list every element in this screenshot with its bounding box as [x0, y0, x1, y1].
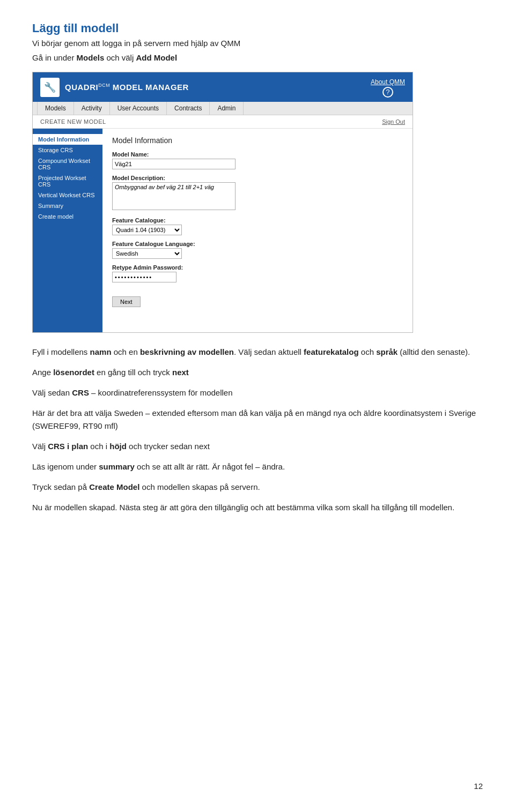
- para1-prefix: Fyll i modellens: [32, 347, 90, 356]
- qmm-about-area[interactable]: About QMM ?: [371, 77, 405, 98]
- sidebar-item-create-model[interactable]: Create model: [33, 211, 102, 222]
- para-crs: Välj sedan CRS – koordinatreferenssystem…: [32, 386, 483, 399]
- next-button[interactable]: Next: [112, 296, 141, 307]
- para6-mid: och se att allt är rätt. Är något fel – …: [135, 462, 285, 471]
- page-title: Lägg till modell: [32, 21, 483, 35]
- feature-catalogue-label: Feature Catalogue:: [112, 217, 403, 224]
- qmm-form: Model Information Model Name: Model Desc…: [102, 129, 413, 332]
- qmm-logo-text: QUADRIDCM MODEL MANAGER: [65, 83, 189, 92]
- qmm-sidebar: Model Information Storage CRS Compound W…: [33, 129, 102, 332]
- nav-item-models[interactable]: Models: [37, 102, 74, 115]
- sidebar-item-summary[interactable]: Summary: [33, 200, 102, 211]
- password-input[interactable]: [112, 272, 176, 282]
- para1-bold1: namn: [90, 347, 112, 356]
- qmm-header: 🔧 QUADRIDCM MODEL MANAGER About QMM ?: [33, 72, 413, 102]
- subtitle2-prefix: Gå in under: [32, 53, 77, 62]
- sidebar-item-model-information[interactable]: Model Information: [33, 134, 102, 145]
- model-name-label: Model Name:: [112, 151, 403, 158]
- nav-item-activity[interactable]: Activity: [74, 102, 110, 115]
- para-crs-plan-hojd: Välj CRS i plan och i höjd och trycker s…: [32, 440, 483, 453]
- model-desc-label: Model Description:: [112, 175, 403, 181]
- para2-bold1: lösenordet: [53, 368, 94, 377]
- para-password: Ange lösenordet en gång till och tryck n…: [32, 366, 483, 379]
- para1-bold3: featurekatalog: [304, 347, 359, 356]
- form-title: Model Information: [112, 136, 403, 145]
- doc-body: Fyll i modellens namn och en beskrivning…: [32, 346, 483, 514]
- feature-lang-group: Feature Catalogue Language: Swedish: [112, 241, 403, 259]
- qmm-logo-area: 🔧 QUADRIDCM MODEL MANAGER: [40, 78, 189, 97]
- para-summary: Läs igenom under summary och se att allt…: [32, 460, 483, 473]
- password-label: Retype Admin Password:: [112, 264, 403, 271]
- para2-prefix: Ange: [32, 368, 53, 377]
- para3-prefix: Välj sedan: [32, 388, 72, 397]
- subtitle2: Gå in under Models och välj Add Model: [32, 53, 483, 62]
- sidebar-item-projected-workset-crs[interactable]: Projected Workset CRS: [33, 173, 102, 190]
- qmm-signout-button[interactable]: Sign Out: [382, 118, 405, 125]
- qmm-logo-icon: 🔧: [40, 78, 60, 97]
- para2-bold2: next: [172, 368, 189, 377]
- feature-lang-select[interactable]: Swedish: [112, 248, 182, 259]
- para1-mid: och en: [112, 347, 140, 356]
- sidebar-item-storage-crs[interactable]: Storage CRS: [33, 145, 102, 155]
- nav-item-admin[interactable]: Admin: [210, 102, 244, 115]
- para3-bold1: CRS: [72, 388, 89, 397]
- qmm-sup: DCM: [98, 83, 110, 88]
- feature-catalogue-group: Feature Catalogue: Quadri 1.04 (1903): [112, 217, 403, 235]
- para5-prefix: Välj: [32, 442, 48, 451]
- feature-lang-label: Feature Catalogue Language:: [112, 241, 403, 247]
- screenshot-container: 🔧 QUADRIDCM MODEL MANAGER About QMM ? Mo…: [32, 72, 413, 333]
- qmm-topbar: CREATE NEW MODEL Sign Out: [33, 115, 413, 129]
- model-desc-textarea[interactable]: Ombyggnad av bef väg 21 till 2+1 väg: [112, 182, 236, 210]
- qmm-about-label[interactable]: About QMM: [371, 78, 405, 86]
- model-name-input[interactable]: [112, 159, 236, 169]
- para-fill-name: Fyll i modellens namn och en beskrivning…: [32, 346, 483, 359]
- nav-item-contracts[interactable]: Contracts: [167, 102, 210, 115]
- subtitle2-mid: och välj: [104, 53, 136, 62]
- para7-prefix: Tryck sedan på: [32, 482, 89, 491]
- para1-suffix2: och: [359, 347, 377, 356]
- model-desc-group: Model Description: Ombyggnad av bef väg …: [112, 175, 403, 212]
- para5-bold1: CRS i plan: [48, 442, 88, 451]
- feature-catalogue-select[interactable]: Quadri 1.04 (1903): [112, 225, 182, 235]
- para2-mid: en gång till och tryck: [94, 368, 172, 377]
- qmm-inner: Model Information Storage CRS Compound W…: [33, 129, 413, 332]
- sidebar-item-vertical-workset-crs[interactable]: Vertical Workset CRS: [33, 190, 102, 200]
- para-next-step: Nu är modellen skapad. Nästa steg är att…: [32, 501, 483, 514]
- subtitle2-bold1: Models: [77, 53, 105, 62]
- page-number: 12: [474, 781, 483, 791]
- para7-bold1: Create Model: [89, 482, 139, 491]
- qmm-topbar-title: CREATE NEW MODEL: [40, 118, 106, 125]
- qmm-about-icon[interactable]: ?: [382, 87, 393, 98]
- para-sweden-extended: Här är det bra att välja Sweden – extend…: [32, 407, 483, 433]
- password-group: Retype Admin Password:: [112, 264, 403, 282]
- para1-suffix3: (alltid den senaste).: [398, 347, 470, 356]
- para7-suffix: och modellen skapas på servern.: [139, 482, 260, 491]
- para5-suffix: och trycker sedan next: [127, 442, 210, 451]
- para5-mid: och i: [88, 442, 109, 451]
- para3-mid: – koordinatreferenssystem för modellen: [89, 388, 233, 397]
- sidebar-item-compound-workset-crs[interactable]: Compound Workset CRS: [33, 155, 102, 173]
- model-name-group: Model Name:: [112, 151, 403, 169]
- qmm-content: CREATE NEW MODEL Sign Out Model Informat…: [33, 115, 413, 332]
- para1-suffix: . Välj sedan aktuell: [234, 347, 304, 356]
- para6-prefix: Läs igenom under: [32, 462, 99, 471]
- para-create-model: Tryck sedan på Create Model och modellen…: [32, 481, 483, 494]
- qmm-nav: Models Activity User Accounts Contracts …: [33, 102, 413, 115]
- para6-bold1: summary: [99, 462, 135, 471]
- subtitle2-bold2: Add Model: [136, 53, 177, 62]
- nav-item-user-accounts[interactable]: User Accounts: [110, 102, 167, 115]
- para1-bold2: beskrivning av modellen: [140, 347, 234, 356]
- subtitle1: Vi börjar genom att logga in på servern …: [32, 39, 483, 48]
- para5-bold2: höjd: [109, 442, 127, 451]
- para1-bold4: språk: [376, 347, 398, 356]
